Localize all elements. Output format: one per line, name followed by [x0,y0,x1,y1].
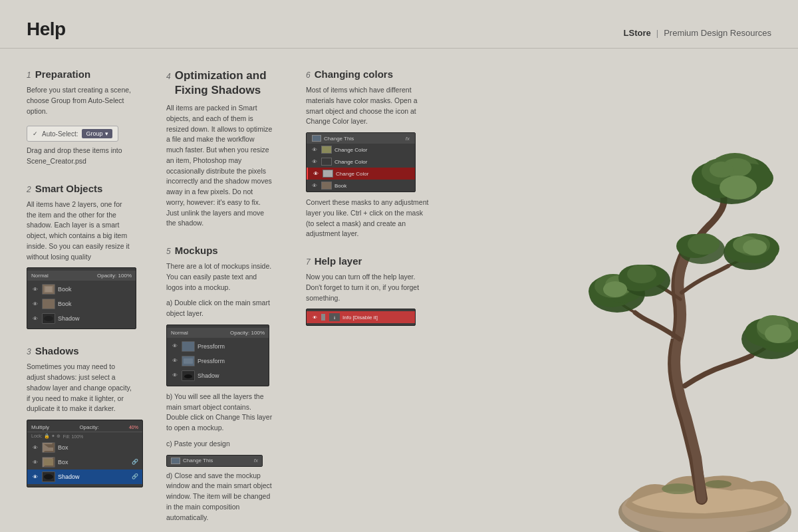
svg-point-48 [603,281,627,297]
eye-color-2[interactable]: 👁 [311,158,319,165]
layer-pressform-shadow[interactable]: 👁 Shadow [167,368,269,383]
color-item-2[interactable]: 👁 Change Color [307,156,415,168]
section-3-text: Sometimes you may need to adjust shadows… [27,362,133,414]
help-layer-icon: ℹ [329,313,340,321]
change-this-label-2: Change This [324,136,354,142]
section-preparation: 1 Preparation Before you start creating … [27,68,133,167]
page-header: Help LStore | Premium Design Resources [0,0,798,49]
panel-opacity: Opacity: 100% [97,273,132,279]
section-shadows: 3 Shadows Sometimes you may need to adju… [27,345,133,487]
shadow-layer-panel: Multiply Opacity: 40% Lock: 🔒 ✦ ⊕ Fill: … [27,420,143,487]
eye-color-3[interactable]: 👁 [312,170,320,177]
help-layer-item[interactable]: 👁 ℹ Info [Disable it] [307,311,415,323]
bonsai-svg [572,133,798,532]
color-item-3-selected[interactable]: 👁 Change Color [307,168,415,180]
change-this-label: Change This [183,458,213,464]
layer-name-box: Box [58,459,129,466]
layer-name-box-group: Box [58,444,138,451]
lock-row: Lock: 🔒 ✦ ⊕ Fill: 100% [27,432,142,440]
layer-pressform-group[interactable]: 👁 Pressform [167,339,269,354]
section-5-text: There are a lot of mockups inside. You c… [166,261,273,293]
layer-thumb-pressform [182,356,195,366]
brand-tagline: Premium Design Resources [664,28,771,38]
eye-book[interactable]: 👁 [311,182,319,189]
section-6-header: 6 Changing colors [306,68,432,80]
eye-icon-box[interactable]: 👁 [31,444,39,451]
svg-point-49 [743,239,767,255]
eye-icon-shadow2[interactable]: 👁 [31,473,39,480]
layer-panel-header: Normal Opacity: 100% [27,271,136,281]
section-3-number: 3 [27,347,31,356]
fill-label: Fill: 100% [63,434,84,439]
eye-icon-3[interactable]: 👁 [31,315,39,322]
section-5-title: Mockups [175,245,218,256]
layer-pressform-item[interactable]: 👁 Pressform [167,354,269,368]
svg-point-47 [765,325,791,343]
section-7-title: Help layer [315,255,362,267]
autoselect-button[interactable]: ✓ Auto-Select: Group ▾ [27,126,118,142]
eye-icon[interactable]: 👁 [31,286,39,293]
svg-point-45 [688,233,720,255]
eye-pressform[interactable]: 👁 [171,358,179,364]
svg-point-13 [662,483,695,494]
layer-thumb-box-group [42,442,55,453]
eye-pressform-shadow[interactable]: 👁 [171,372,179,379]
layer-box-group[interactable]: 👁 Box [27,440,142,455]
layer-shadow-selected[interactable]: 👁 Shadow 🔗 [27,469,142,484]
fx-label-2: fx [406,136,410,142]
color-item-book[interactable]: 👁 Book [307,180,415,192]
color-swatch-book [321,182,332,190]
section-optimization: 4 Optimization and Fixing Shadows All it… [166,68,273,229]
pressform-mode: Normal [171,330,188,336]
color-name-book: Book [334,183,346,189]
section-smart-objects: 2 Smart Objects All items have 2 layers,… [27,183,133,330]
layer-thumb-box [42,457,55,467]
brand-divider: | [656,28,658,38]
section-2-header: 2 Smart Objects [27,183,133,194]
section-4-title: Optimization and Fixing Shadows [175,69,267,96]
layer-book-group[interactable]: 👁 Book [27,282,136,297]
section-4-title-wrap: Optimization and Fixing Shadows [175,68,273,98]
section-changing-colors: 6 Changing colors Most of items which ha… [306,68,432,239]
section-6-text2: Convert these masks to any adjustment la… [306,198,432,239]
svg-rect-6 [44,459,53,466]
help-layer-panel: 👁 ℹ Info [Disable it] [306,309,416,326]
lock-label: Lock: 🔒 ✦ ⊕ [31,434,61,439]
color-panel-header: Change This fx [307,133,415,144]
section-6-title: Changing colors [315,68,393,80]
eye-icon-box2[interactable]: 👁 [31,459,39,466]
section-2-title: Smart Objects [35,183,103,194]
section-mockups: 5 Mockups There are a lot of mockups ins… [166,245,273,523]
section-5-step-b: b) You will see all the layers the main … [166,392,273,434]
layer-thumb-pressform-shadow [182,370,195,381]
section-7-text: Now you can turn off the help layer. Don… [306,272,432,303]
book-layer-panel: Normal Opacity: 100% 👁 Book 👁 [27,267,136,329]
svg-point-22 [710,162,733,178]
section-5-step-c: c) Paste your design [166,439,273,450]
section-3-title: Shadows [35,345,79,356]
autoselect-dropdown[interactable]: Group ▾ [82,129,112,138]
layer-box-item[interactable]: 👁 Box 🔗 [27,455,142,469]
eye-help[interactable]: 👁 [311,314,319,321]
section-6-text: Most of items which have different mater… [306,85,432,127]
eye-pressform-group[interactable]: 👁 [171,343,179,350]
pressform-layer-panel: Normal Opacity: 100% 👁 Pressform 👁 [166,325,269,386]
eye-color-1[interactable]: 👁 [311,146,319,153]
section-1-title: Preparation [35,68,90,80]
layer-thumb-shadow [42,313,55,324]
color-item-1[interactable]: 👁 Change Color [307,144,415,156]
svg-point-10 [184,374,192,378]
color-layer-panel: Change This fx 👁 Change Color 👁 Change C… [306,132,416,192]
link-icon-2: 🔗 [132,473,138,480]
color-name-2: Change Color [334,159,367,165]
svg-point-46 [720,176,757,200]
layer-name-shadow2: Shadow [58,473,129,480]
section-6-number: 6 [306,70,311,80]
color-swatch-1 [321,146,332,154]
layer-book-item[interactable]: 👁 Book [27,297,136,311]
eye-icon-2[interactable]: 👁 [31,301,39,307]
section-1-number: 1 [27,70,31,80]
spacer [321,314,325,321]
layer-shadow-item[interactable]: 👁 Shadow [27,311,136,326]
section-2-text: All items have 2 layers, one for the ite… [27,200,133,263]
